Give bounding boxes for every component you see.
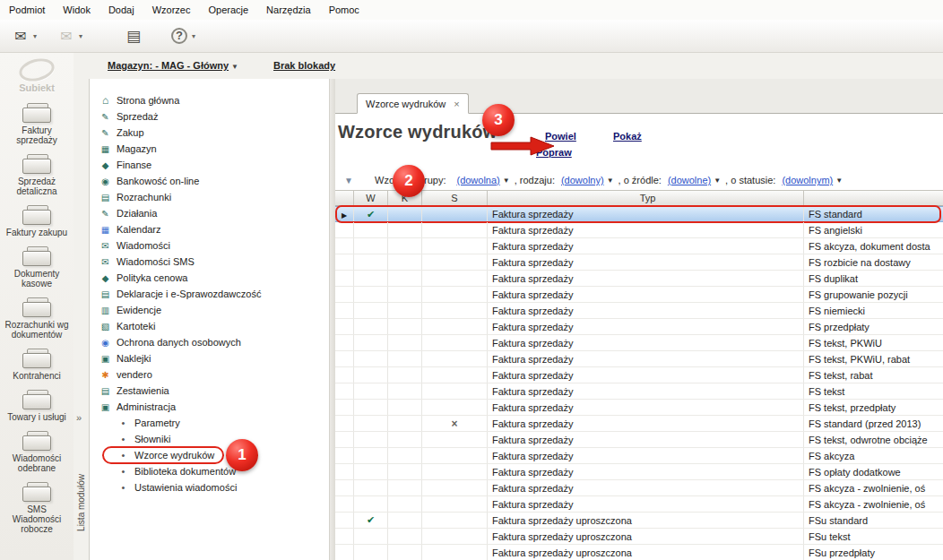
menu-item[interactable]: Operacje bbox=[199, 2, 257, 18]
chevron-down-icon[interactable] bbox=[714, 177, 721, 185]
tree-item[interactable]: Ustawienia wiadomości bbox=[90, 479, 329, 495]
filter-dropdown[interactable]: (dowolne) bbox=[668, 175, 711, 185]
table-row[interactable]: Faktura sprzedaży FS standard (przed 201… bbox=[335, 416, 943, 432]
tree-item[interactable]: Ochrona danych osobowych bbox=[90, 334, 329, 350]
lock-status-link[interactable]: Brak blokady bbox=[273, 60, 335, 71]
tree-item[interactable]: Sprzedaż bbox=[90, 108, 329, 125]
envelope-pen-icon[interactable] bbox=[7, 24, 44, 47]
table-row[interactable]: Faktura sprzedaży FS akcyza, dokument do… bbox=[335, 238, 943, 254]
table-row[interactable]: Faktura sprzedaży FS duplikat bbox=[335, 271, 943, 287]
module-item-label: SMS Wiadomości robocze bbox=[4, 504, 70, 534]
table-row[interactable]: Faktura sprzedaży FS przedpłaty bbox=[335, 319, 943, 335]
tree-item[interactable]: Wzorce wydruków bbox=[90, 447, 329, 463]
filter-funnel-icon[interactable] bbox=[342, 176, 355, 185]
table-row[interactable]: Faktura sprzedaży FS akcyza bbox=[335, 448, 943, 464]
printer-icon[interactable] bbox=[120, 24, 157, 47]
module-item[interactable]: Rozrachunki wg dokumentów bbox=[0, 294, 74, 345]
tab-close-icon[interactable] bbox=[454, 99, 459, 109]
table-row[interactable]: Faktura sprzedaży FS niemiecki bbox=[335, 303, 943, 319]
table-row[interactable]: Faktura sprzedaży FS tekst, odwrotne obc… bbox=[335, 432, 943, 448]
module-item[interactable]: Kontrahenci bbox=[0, 345, 74, 386]
chevron-down-icon[interactable] bbox=[607, 177, 614, 185]
module-item[interactable]: Faktury zakupu bbox=[0, 202, 74, 243]
module-item[interactable]: Dokumenty kasowe bbox=[0, 243, 74, 294]
col-header-w[interactable]: W bbox=[354, 191, 388, 205]
filter-dropdown[interactable]: (dowolnym) bbox=[782, 175, 833, 185]
table-row[interactable]: Faktura sprzedaży FS tekst, przedpłaty bbox=[335, 400, 943, 416]
tree-item[interactable]: Biblioteka dokumentów bbox=[90, 463, 329, 479]
menu-item[interactable]: Widok bbox=[54, 2, 99, 18]
tree-item[interactable]: Administracja bbox=[90, 399, 329, 415]
table-row[interactable]: Faktura sprzedaży FS tekst, PKWiU, rabat bbox=[335, 351, 943, 367]
tree-item[interactable]: Słowniki bbox=[90, 431, 329, 447]
menu-item[interactable]: Narzędzia bbox=[257, 2, 320, 18]
menu-item[interactable]: Dodaj bbox=[99, 2, 143, 18]
table-row[interactable]: Faktura sprzedaży FS opłaty dodatkowe bbox=[335, 464, 943, 480]
chevron-down-icon[interactable] bbox=[835, 177, 843, 185]
module-item[interactable]: SMS Wiadomości robocze bbox=[0, 478, 74, 539]
module-item[interactable]: Wiadomości odebrane bbox=[0, 427, 74, 478]
tree-item[interactable]: Polityka cenowa bbox=[90, 270, 329, 286]
filter-dropdown[interactable]: (dowolny) bbox=[561, 175, 604, 185]
tree-item[interactable]: Wiadomości bbox=[90, 237, 329, 254]
filter-dropdown[interactable]: (dowolna) bbox=[456, 175, 499, 185]
module-item[interactable]: Towary i usługi bbox=[0, 386, 74, 427]
col-header-name[interactable] bbox=[804, 191, 943, 205]
edit-link[interactable]: Popraw bbox=[536, 147, 572, 158]
col-header-selector[interactable] bbox=[335, 191, 354, 205]
table-row[interactable]: Faktura sprzedaży FS standard bbox=[335, 206, 943, 222]
table-row[interactable]: Faktura sprzedaży FS tekst bbox=[335, 383, 943, 400]
help-icon[interactable] bbox=[166, 24, 203, 47]
table-row[interactable]: Faktura sprzedaży uproszczona FSu przedp… bbox=[335, 545, 943, 560]
tree-item[interactable]: Wiadomości SMS bbox=[90, 254, 329, 270]
dropdown-caret-icon[interactable] bbox=[192, 32, 199, 40]
dropdown-caret-icon[interactable] bbox=[79, 32, 86, 40]
table-row[interactable]: Faktura sprzedaży FS tekst, rabat bbox=[335, 367, 943, 383]
menu-item[interactable]: Podmiot bbox=[0, 2, 54, 18]
tree-item[interactable]: Strona główna bbox=[90, 92, 329, 108]
col-header-typ[interactable]: Typ bbox=[488, 191, 804, 205]
table-row[interactable]: Faktura sprzedaży FS tekst, PKWiU bbox=[335, 335, 943, 351]
table-row[interactable]: Faktura sprzedaży FS akcyza - zwolnienie… bbox=[335, 480, 943, 496]
table-row[interactable]: Faktura sprzedaży FS rozbicie na dostawy bbox=[335, 254, 943, 271]
table-row[interactable]: Faktura sprzedaży FS angielski bbox=[335, 222, 943, 238]
tree-item[interactable]: Kalendarz bbox=[90, 221, 329, 237]
tree-item[interactable]: Finanse bbox=[90, 157, 329, 173]
page-title: Wzorce wydruków bbox=[338, 122, 497, 142]
retail-sales-icon bbox=[22, 154, 51, 174]
table-row[interactable]: Faktura sprzedaży FS akcyza - zwolnienie… bbox=[335, 496, 943, 513]
table-row[interactable]: Faktura sprzedaży uproszczona FSu standa… bbox=[335, 513, 943, 529]
row-name: FSu standard bbox=[804, 513, 943, 528]
row-name: FS akcyza - zwolnienie, oś bbox=[804, 480, 943, 495]
module-list-strip[interactable]: » Lista modułów bbox=[74, 79, 90, 560]
col-header-s[interactable]: S bbox=[422, 191, 488, 205]
table-row[interactable]: Faktura sprzedaży FS grupowanie pozycji bbox=[335, 287, 943, 303]
tree-item[interactable]: Magazyn bbox=[90, 141, 329, 157]
module-item[interactable]: Sprzedaż detaliczna bbox=[0, 151, 74, 202]
tree-item[interactable]: Zakup bbox=[90, 125, 329, 141]
chevron-right-icon[interactable]: » bbox=[76, 412, 82, 423]
tree-item[interactable]: Rozrachunki bbox=[90, 189, 329, 205]
tree-item[interactable]: Zestawienia bbox=[90, 383, 329, 399]
menu-item[interactable]: Wzorzec bbox=[143, 2, 200, 18]
tree-item[interactable]: Parametry bbox=[90, 415, 329, 431]
col-header-k[interactable]: K bbox=[388, 191, 422, 205]
tree-item[interactable]: vendero bbox=[90, 366, 329, 383]
row-name: FS niemiecki bbox=[804, 303, 943, 318]
dropdown-caret-icon[interactable] bbox=[33, 32, 40, 40]
tree-item[interactable]: Ewidencje bbox=[90, 302, 329, 318]
chevron-down-icon[interactable] bbox=[503, 177, 510, 185]
module-item[interactable]: Faktury sprzedaży bbox=[0, 99, 74, 151]
tree-item[interactable]: Kartoteki bbox=[90, 318, 329, 334]
table-row[interactable]: Faktura sprzedaży uproszczona FSu tekst bbox=[335, 529, 943, 545]
tree-item[interactable]: Działania bbox=[90, 205, 329, 221]
duplicate-link[interactable]: Powiel bbox=[545, 131, 576, 142]
envelope-icon[interactable] bbox=[53, 24, 90, 47]
tab-wzorce-wydrukow[interactable]: Wzorce wydruków bbox=[357, 93, 469, 114]
tree-item[interactable]: Deklaracje i e-Sprawozdawczość bbox=[90, 286, 329, 302]
menu-item[interactable]: Pomoc bbox=[320, 2, 368, 18]
tree-item[interactable]: Naklejki bbox=[90, 350, 329, 366]
warehouse-selector[interactable]: Magazyn: - MAG - Główny▼ bbox=[108, 60, 238, 71]
tree-item[interactable]: Bankowość on-line bbox=[90, 173, 329, 189]
show-link[interactable]: Pokaż bbox=[613, 131, 642, 142]
